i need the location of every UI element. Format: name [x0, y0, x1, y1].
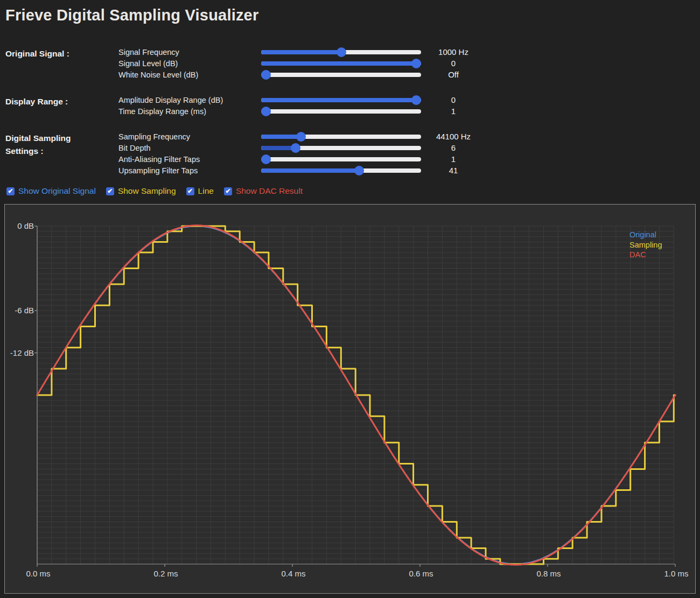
x-tick-label: 0.2 ms	[147, 569, 185, 579]
line-toggle[interactable]: ✔Line	[186, 186, 214, 196]
anti-aliasing-filter-taps-label: Anti-Aliasing Filter Taps	[118, 155, 261, 164]
display-toggles: ✔Show Original Signal✔Show Sampling✔Line…	[6, 186, 313, 196]
line-checkbox[interactable]: ✔	[186, 187, 194, 195]
x-tick-label: 0.0 ms	[19, 569, 57, 579]
anti-aliasing-filter-taps-slider[interactable]	[261, 154, 421, 164]
amplitude-display-range-slider[interactable]	[261, 95, 421, 105]
control-group: Display Range :Amplitude Display Range (…	[5, 94, 486, 117]
control-group: Original Signal :Signal Frequency1000 Hz…	[5, 46, 486, 80]
bit-depth-slider[interactable]	[261, 143, 421, 153]
time-display-range-slider-thumb[interactable]	[261, 107, 271, 116]
anti-aliasing-filter-taps-row: Anti-Aliasing Filter Taps1	[118, 153, 486, 165]
upsampling-filter-taps-slider-thumb[interactable]	[354, 166, 364, 175]
chart-canvas	[5, 205, 695, 593]
signal-frequency-slider-thumb[interactable]	[337, 47, 346, 57]
time-display-range-row: Time Display Range (ms)1	[118, 105, 486, 117]
white-noise-level-slider[interactable]	[261, 70, 421, 80]
sampling-frequency-row: Sampling Frequency44100 Hz	[118, 131, 486, 142]
legend-entry: Original	[629, 230, 662, 240]
bit-depth-label: Bit Depth	[118, 144, 261, 152]
signal-frequency-slider-fill	[261, 50, 341, 54]
sampling-frequency-value: 44100 Hz	[421, 132, 486, 141]
show-sampling-toggle[interactable]: ✔Show Sampling	[106, 186, 176, 196]
x-tick-label: 0.6 ms	[402, 569, 440, 579]
time-display-range-value: 1	[421, 107, 486, 116]
amplitude-display-range-row: Amplitude Display Range (dB)0	[118, 94, 486, 105]
sampling-frequency-slider[interactable]	[261, 132, 421, 142]
show-sampling-checkbox[interactable]: ✔	[106, 187, 114, 195]
signal-frequency-value: 1000 Hz	[421, 47, 486, 57]
bit-depth-value: 6	[421, 143, 486, 152]
show-dac-result-checkbox-label: Show DAC Result	[236, 186, 303, 196]
group-label: Display Range :	[5, 94, 118, 117]
y-tick-label: 0 dB	[6, 221, 34, 231]
group-label-text: Digital Sampling Settings :	[5, 132, 92, 158]
signal-level-value: 0	[421, 59, 486, 68]
bit-depth-slider-thumb[interactable]	[291, 143, 300, 153]
upsampling-filter-taps-slider[interactable]	[261, 166, 421, 175]
sampling-chart: 0 dB-6 dB-12 dB0.0 ms0.2 ms0.4 ms0.6 ms0…	[4, 204, 696, 594]
show-sampling-checkbox-label: Show Sampling	[118, 186, 176, 196]
sampling-frequency-label: Sampling Frequency	[118, 132, 261, 141]
show-original-signal-checkbox[interactable]: ✔	[6, 187, 15, 195]
signal-level-slider[interactable]	[261, 59, 421, 68]
upsampling-filter-taps-slider-fill	[261, 168, 359, 173]
time-display-range-slider-track[interactable]	[261, 109, 421, 114]
control-group: Digital Sampling Settings :Sampling Freq…	[5, 131, 486, 176]
amplitude-display-range-slider-thumb[interactable]	[411, 95, 421, 105]
white-noise-level-slider-thumb[interactable]	[261, 70, 271, 80]
time-display-range-label: Time Display Range (ms)	[118, 107, 261, 116]
upsampling-filter-taps-row: Upsampling Filter Taps41	[118, 165, 486, 176]
amplitude-display-range-value: 0	[421, 95, 486, 104]
show-dac-result-toggle[interactable]: ✔Show DAC Result	[224, 186, 303, 196]
legend-entry: Sampling	[629, 240, 662, 250]
time-display-range-slider[interactable]	[261, 107, 421, 116]
x-tick-label: 0.4 ms	[275, 569, 312, 579]
group-label: Digital Sampling Settings :	[5, 131, 118, 176]
y-tick-label: -6 dB	[6, 306, 34, 315]
white-noise-level-label: White Noise Level (dB)	[118, 71, 261, 79]
show-dac-result-checkbox[interactable]: ✔	[224, 187, 232, 195]
group-label-text: Display Range :	[5, 95, 92, 108]
anti-aliasing-filter-taps-slider-track[interactable]	[261, 157, 421, 161]
sampling-frequency-slider-thumb[interactable]	[296, 132, 306, 142]
signal-level-label: Signal Level (dB)	[118, 59, 261, 68]
upsampling-filter-taps-label: Upsampling Filter Taps	[118, 166, 261, 175]
signal-level-slider-thumb[interactable]	[411, 59, 421, 68]
y-tick-label: -12 dB	[6, 348, 34, 358]
signal-level-slider-fill	[261, 61, 416, 66]
group-label-text: Original Signal :	[5, 47, 92, 60]
x-tick-label: 1.0 ms	[657, 569, 695, 579]
white-noise-level-slider-track[interactable]	[261, 73, 421, 77]
legend-entry: DAC	[629, 250, 662, 260]
x-tick-label: 0.8 ms	[530, 569, 568, 579]
group-label: Original Signal :	[5, 46, 118, 80]
app-page: Frieve Digital Sampling Visualizer Origi…	[0, 0, 700, 598]
signal-frequency-row: Signal Frequency1000 Hz	[118, 46, 486, 58]
signal-level-row: Signal Level (dB)0	[118, 58, 486, 69]
anti-aliasing-filter-taps-slider-thumb[interactable]	[261, 154, 271, 164]
show-original-signal-toggle[interactable]: ✔Show Original Signal	[6, 186, 96, 196]
sampling-frequency-slider-fill	[261, 135, 301, 139]
white-noise-level-value: Off	[421, 70, 486, 79]
chart-legend: OriginalSamplingDAC	[629, 230, 662, 260]
white-noise-level-row: White Noise Level (dB)Off	[118, 69, 486, 80]
anti-aliasing-filter-taps-value: 1	[421, 154, 486, 164]
show-original-signal-checkbox-label: Show Original Signal	[18, 186, 96, 196]
amplitude-display-range-slider-fill	[261, 98, 416, 102]
page-title: Frieve Digital Sampling Visualizer	[5, 6, 258, 24]
amplitude-display-range-label: Amplitude Display Range (dB)	[118, 96, 261, 104]
upsampling-filter-taps-value: 41	[421, 166, 486, 175]
signal-frequency-slider[interactable]	[261, 47, 421, 57]
signal-frequency-label: Signal Frequency	[118, 48, 261, 57]
line-checkbox-label: Line	[198, 186, 214, 196]
bit-depth-row: Bit Depth6	[118, 142, 486, 153]
